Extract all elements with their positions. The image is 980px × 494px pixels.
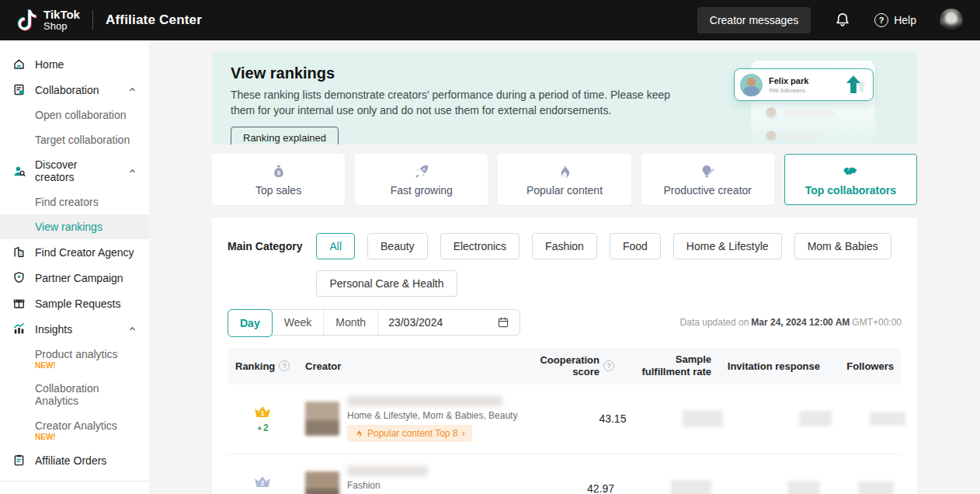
ranking-help-icon[interactable]: ? <box>279 360 290 371</box>
time-option-day[interactable]: Day <box>228 309 273 337</box>
sidebar-item-home[interactable]: Home <box>0 51 149 77</box>
time-option-week[interactable]: Week <box>273 310 325 335</box>
page-title: Affiliate Center <box>106 12 202 28</box>
insights-chart-icon <box>12 322 26 336</box>
col-ranking: Ranking ? <box>228 355 297 377</box>
illustration-list-row <box>765 130 875 143</box>
creator-name-redacted <box>347 396 502 406</box>
tab-popular-content[interactable]: Popular content <box>498 154 631 205</box>
account-avatar[interactable] <box>940 9 963 32</box>
sidebar-item-find-creator-agency[interactable]: Find Creator Agency <box>0 239 149 265</box>
notifications-bell-icon[interactable] <box>834 12 851 29</box>
sidebar-item-creator-analytics[interactable]: Creator Analytics NEW! <box>0 413 149 447</box>
agency-building-icon <box>12 245 26 259</box>
mini-avatar <box>765 130 777 143</box>
help-icon: ? <box>874 13 888 27</box>
creator-details: Home & Lifestyle, Mom & Babies, Beauty P… <box>347 396 517 442</box>
creator-details: Fashion $ Top sales Top 4 › <box>347 466 447 494</box>
help-button[interactable]: ? Help <box>874 13 916 27</box>
sidebar-item-find-creators[interactable]: Find creators <box>0 190 149 214</box>
sidebar-item-discover-creators[interactable]: Discover creators <box>0 152 149 190</box>
col-invitation-response: Invitation response <box>719 355 828 377</box>
sidebar-item-partner-campaign[interactable]: Partner Campaign <box>0 265 149 290</box>
category-chip-personal-care-health[interactable]: Personal Care & Health <box>316 270 457 297</box>
category-chip-electronics[interactable]: Electronics <box>440 233 520 259</box>
date-picker-field[interactable]: 23/03/2024 <box>378 310 520 335</box>
rankings-table: Ranking ? Creator Cooperation score ? Sa… <box>228 348 902 494</box>
rank-change-up: ▲2 <box>256 423 269 433</box>
value-redacted <box>683 410 723 427</box>
time-option-month[interactable]: Month <box>324 310 378 335</box>
new-badge: NEW! <box>35 433 137 441</box>
ranking-explained-button[interactable]: Ranking explained <box>231 127 339 144</box>
table-row[interactable]: 1 ▲2 Home & Lifestyle, Mom & Babies, Bea… <box>228 384 902 454</box>
col-cooperation-score: Cooperation score ? <box>513 349 622 383</box>
svg-text:$: $ <box>276 169 280 176</box>
orders-clipboard-icon <box>12 454 26 467</box>
value-redacted <box>799 411 832 426</box>
creator-messages-button[interactable]: Creator messages <box>697 7 811 33</box>
rankings-panel: Main Category All Beauty Electronics Fas… <box>212 217 917 494</box>
illustration-list-row <box>765 107 875 120</box>
sidebar-divider <box>0 481 149 482</box>
category-chip-all[interactable]: All <box>316 233 355 259</box>
table-row[interactable]: 2 New Fashion <box>228 454 902 494</box>
calendar-icon <box>497 316 509 329</box>
tab-productive-creator[interactable]: Productive creator <box>641 154 774 205</box>
sidebar-item-open-collaboration[interactable]: Open collaboration <box>0 103 149 127</box>
col-creator: Creator <box>297 355 513 377</box>
svg-text:1: 1 <box>261 409 265 417</box>
tab-top-sales[interactable]: $ Top sales <box>212 154 345 205</box>
time-filter-row: Day Week Month 23/03/2024 Data updated <box>228 309 902 336</box>
category-chip-food[interactable]: Food <box>610 233 661 259</box>
sidebar-item-affiliate-orders[interactable]: Affiliate Orders <box>0 447 149 473</box>
sidebar-item-collaboration-analytics[interactable]: Collaboration Analytics <box>0 376 149 413</box>
sidebar-item-insights[interactable]: Insights <box>0 316 149 342</box>
collaboration-icon <box>12 83 26 96</box>
achievement-badge[interactable]: Popular content Top 8 › <box>347 425 472 442</box>
chevron-up-icon <box>128 325 137 333</box>
bulb-pencil-icon <box>699 163 716 180</box>
value-redacted <box>671 480 711 494</box>
creator-categories: Home & Lifestyle, Mom & Babies, Beauty <box>347 410 517 421</box>
category-chip-home-lifestyle[interactable]: Home & Lifestyle <box>673 233 782 259</box>
value-redacted <box>858 482 894 494</box>
value-redacted <box>870 412 905 426</box>
followers-cell <box>828 482 902 494</box>
cooperation-score-value: 43.15 <box>525 412 634 425</box>
creator-avatar-redacted <box>305 471 339 494</box>
col-sample-fulfillment-rate: Sample fulfillment rate <box>622 348 719 384</box>
tab-top-collaborators[interactable]: Top collaborators <box>784 154 917 205</box>
rank-cell: 1 ▲2 <box>228 405 297 433</box>
mini-avatar <box>765 107 777 120</box>
sidebar-item-target-collaboration[interactable]: Target collaboration <box>0 127 149 152</box>
creator-info: Felix park 99k followers <box>769 76 808 94</box>
sidebar-item-product-analytics[interactable]: Product analytics NEW! <box>0 342 149 376</box>
category-chip-mom-babies[interactable]: Mom & Babies <box>794 233 891 259</box>
time-granularity-control: Day Week Month 23/03/2024 <box>228 309 520 336</box>
creator-avatar-redacted <box>305 402 339 436</box>
sidebar-item-collaboration[interactable]: Collaboration <box>0 77 149 103</box>
tab-fast-growing[interactable]: Fast growing <box>355 154 488 205</box>
flame-icon <box>354 429 363 438</box>
mini-text-bar <box>784 134 821 140</box>
tiktok-shop-logo[interactable]: TikTok Shop <box>17 9 80 32</box>
main-category-label: Main Category <box>228 233 302 297</box>
logo-wordmark: TikTok Shop <box>43 9 80 31</box>
value-redacted <box>787 481 820 494</box>
main-category-filter: Main Category All Beauty Electronics Fas… <box>228 233 902 297</box>
creator-cell: Fashion $ Top sales Top 4 › <box>297 466 513 494</box>
creator-categories: Fashion <box>347 480 447 491</box>
category-chip-fashion[interactable]: Fashion <box>532 233 597 259</box>
sample-rate-cell <box>622 480 719 494</box>
sidebar-item-seller-center[interactable]: Seller Center <box>0 489 149 494</box>
tiktok-note-icon <box>17 9 37 32</box>
handshake-icon <box>842 163 859 180</box>
category-chip-beauty[interactable]: Beauty <box>367 233 428 259</box>
partner-shield-icon <box>12 271 26 284</box>
cooperation-score-help-icon[interactable]: ? <box>603 360 614 371</box>
mini-text-bar <box>784 110 835 117</box>
followers-cell <box>839 412 913 426</box>
sidebar-item-sample-requests[interactable]: Sample Requests <box>0 290 149 316</box>
sidebar-item-view-rankings[interactable]: View rankings <box>0 214 149 239</box>
